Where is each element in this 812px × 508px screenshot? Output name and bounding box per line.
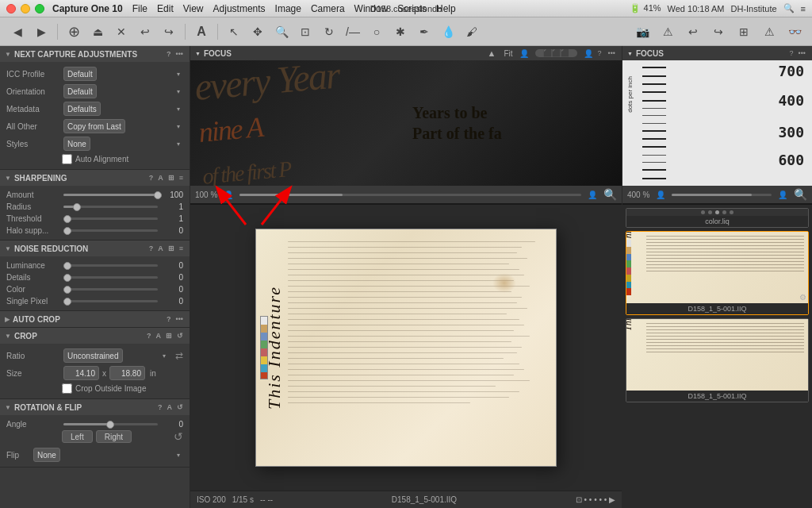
window-controls[interactable] [6, 4, 44, 13]
ratio-select[interactable]: Unconstrained [63, 348, 123, 363]
crop-outside-checkbox[interactable] [62, 383, 72, 394]
crop-header[interactable]: ▼ CROP ? A ⊞ ↺ [0, 328, 190, 344]
reset-crop-icon[interactable]: ↺ [175, 331, 185, 341]
back-button[interactable]: ◀ [6, 21, 29, 43]
close-button[interactable] [6, 4, 16, 13]
spot-tool[interactable]: ✱ [389, 21, 412, 43]
zoom-search-right-icon[interactable]: 🔍 [794, 188, 807, 201]
zoom-search-icon[interactable]: 🔍 [603, 188, 617, 201]
size-y-input[interactable] [109, 366, 145, 380]
single-pixel-slider[interactable] [63, 300, 158, 302]
ratio-swap-icon[interactable]: ⇄ [175, 350, 183, 361]
text-button[interactable]: A [190, 21, 213, 43]
thumbnail-document2[interactable]: This Indenture D158_1_5-001.IIQ [626, 318, 809, 402]
minimize-button[interactable] [21, 4, 30, 13]
ruler-tool[interactable]: /— [342, 21, 364, 43]
color-slider[interactable] [63, 288, 158, 291]
threshold-slider[interactable] [63, 217, 158, 220]
thumbnail-color-liq[interactable]: color.liq [626, 208, 809, 228]
focus-zoom-control[interactable]: ⬛⬛⬛ [535, 49, 577, 57]
color-thumb[interactable] [63, 286, 71, 294]
a-rot-icon[interactable]: A [166, 402, 174, 412]
warn2-button[interactable]: ⚠ [758, 21, 780, 43]
focus-more-icon[interactable]: ••• [607, 48, 617, 58]
more-focus-right-icon[interactable]: ••• [797, 48, 807, 58]
menu-file[interactable]: File [132, 3, 147, 14]
radius-thumb[interactable] [73, 203, 81, 211]
forward-button[interactable]: ▶ [30, 21, 52, 43]
grid-button[interactable]: ⊞ [733, 21, 755, 43]
angle-thumb[interactable] [106, 421, 114, 429]
menu-camera[interactable]: Camera [311, 3, 345, 14]
cursor-tool[interactable]: ↖ [223, 21, 245, 43]
grid-crop-icon[interactable]: ⊞ [164, 331, 174, 341]
amount-slider[interactable] [63, 194, 158, 196]
eject-button[interactable]: ⏏ [86, 21, 109, 43]
help-focus-right-icon[interactable]: ? [788, 48, 795, 58]
flip-select[interactable]: None [33, 448, 60, 462]
levels-button[interactable]: ⚠ [657, 21, 679, 43]
pen-tool[interactable]: ✒ [413, 21, 435, 43]
maximize-button[interactable] [35, 4, 44, 13]
right-focus-image[interactable]: 700 400 300 600 dots per inch [622, 60, 812, 186]
help-crop-icon[interactable]: ? [145, 331, 153, 341]
right-rotate-button[interactable]: Right [96, 430, 132, 443]
threshold-thumb[interactable] [63, 215, 71, 223]
capture-button[interactable]: 📷 [631, 21, 653, 43]
grid-noise-icon[interactable]: ⊞ [167, 244, 176, 253]
single-pixel-thumb[interactable] [63, 298, 71, 306]
left-rotate-button[interactable]: Left [62, 430, 93, 443]
a-noise-icon[interactable]: A [156, 244, 165, 253]
size-x-input[interactable] [63, 366, 99, 380]
zoom-bar-left[interactable] [239, 194, 581, 196]
menu-icon[interactable]: ≡ [801, 4, 806, 13]
help-sharp-icon[interactable]: ? [147, 173, 155, 183]
icc-select[interactable]: Default [63, 67, 97, 81]
more-autocrop-icon[interactable]: ••• [174, 314, 185, 324]
luminance-thumb[interactable] [63, 262, 71, 270]
eyedropper-tool[interactable]: 💧 [437, 21, 459, 43]
reset-rot-icon[interactable]: ↺ [175, 402, 185, 412]
pan-tool[interactable]: ✥ [247, 21, 269, 43]
crop-tool[interactable]: ⊡ [294, 21, 316, 43]
help-autocrop-icon[interactable]: ? [165, 314, 173, 324]
extra-sharp-icon[interactable]: ≡ [178, 173, 185, 183]
auto-crop-header[interactable]: ▶ AUTO CROP ? ••• [0, 311, 190, 327]
close-x-button[interactable]: ✕ [110, 21, 132, 43]
more-icon[interactable]: ••• [174, 49, 185, 59]
luminance-slider[interactable] [63, 264, 158, 267]
a-crop-icon[interactable]: A [155, 331, 163, 341]
rotation-header[interactable]: ▼ ROTATION & FLIP ? A ↺ [0, 399, 190, 415]
options-sharp-icon[interactable]: A [156, 173, 165, 183]
auto-alignment-checkbox[interactable] [62, 154, 72, 164]
more-sharp-icon[interactable]: ⊞ [167, 173, 176, 183]
rotate-tool[interactable]: ↻ [318, 21, 340, 43]
details-slider[interactable] [63, 276, 158, 279]
details-thumb[interactable] [63, 274, 71, 282]
help-rot-icon[interactable]: ? [156, 402, 164, 412]
styles-select[interactable]: None [63, 137, 90, 151]
noise-header[interactable]: ▼ NOISE REDUCTION ? A ⊞ ≡ [0, 241, 190, 256]
search-tool[interactable]: 🔍 [270, 21, 293, 43]
sharpening-header[interactable]: ▼ SHARPENING ? A ⊞ ≡ [0, 170, 190, 186]
focus-content-left[interactable]: every Year nine A of the first P Years t… [190, 60, 622, 186]
thumbnail-document-selected[interactable]: This Indenture [626, 231, 809, 315]
menu-image[interactable]: Image [275, 3, 301, 14]
amount-thumb[interactable] [154, 191, 162, 199]
halo-thumb[interactable] [63, 227, 71, 235]
menu-adjustments[interactable]: Adjustments [213, 3, 266, 14]
angle-slider[interactable] [63, 423, 158, 425]
help-icon[interactable]: ? [165, 49, 173, 59]
radius-slider[interactable] [63, 206, 158, 208]
halo-slider[interactable] [63, 229, 158, 232]
circle-tool[interactable]: ○ [366, 21, 388, 43]
hist2-button[interactable]: ↪ [707, 21, 730, 43]
redo-button[interactable]: ↪ [158, 21, 180, 43]
zoom-bar-right[interactable] [672, 194, 772, 196]
menu-edit[interactable]: Edit [157, 3, 174, 14]
glasses-button[interactable]: 👓 [783, 21, 806, 43]
menu-view[interactable]: View [183, 3, 204, 14]
import-button[interactable]: ⊕ [63, 21, 85, 43]
allother-select[interactable]: Copy from Last [63, 119, 125, 133]
search-icon[interactable]: 🔍 [783, 3, 795, 13]
